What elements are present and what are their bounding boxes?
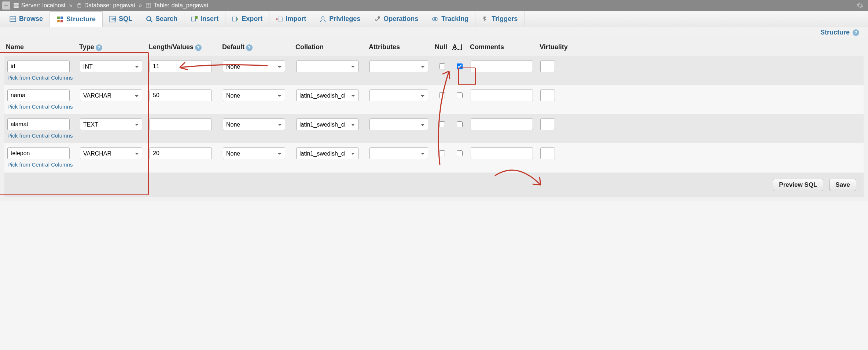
svg-rect-17 — [191, 17, 195, 21]
column-ai-checkbox[interactable] — [457, 121, 463, 127]
tab-bar: Browse Structure SQLSQL Search Insert Ex… — [0, 11, 868, 27]
svg-rect-1 — [14, 6, 18, 8]
column-row: Pick from Central ColumnsINTNone — [4, 56, 864, 85]
column-default-select[interactable]: None — [223, 90, 285, 101]
tab-tracking[interactable]: Tracking — [425, 11, 475, 27]
svg-rect-18 — [195, 16, 198, 19]
column-virtuality-input[interactable] — [540, 119, 555, 130]
tab-privileges[interactable]: Privileges — [313, 11, 367, 27]
column-type-select[interactable]: VARCHAR — [80, 147, 142, 159]
column-null-checkbox[interactable] — [439, 63, 445, 69]
svg-point-24 — [434, 18, 436, 20]
column-virtuality-input[interactable] — [540, 90, 555, 101]
tab-structure[interactable]: Structure — [50, 11, 103, 27]
settings-gear-icon[interactable] — [856, 2, 864, 9]
svg-point-21 — [322, 17, 324, 19]
tab-search[interactable]: Search — [139, 11, 184, 27]
save-button[interactable]: Save — [829, 179, 856, 191]
svg-text:SQL: SQL — [110, 17, 116, 21]
column-attributes-select[interactable] — [369, 147, 428, 159]
column-virtuality-input[interactable] — [540, 147, 555, 159]
column-default-select[interactable]: None — [223, 119, 285, 130]
svg-point-22 — [378, 16, 380, 19]
header-name: Name — [4, 38, 78, 56]
svg-rect-20 — [278, 17, 282, 21]
column-virtuality-input[interactable] — [540, 61, 555, 72]
column-comments-input[interactable] — [471, 90, 533, 101]
column-attributes-select[interactable] — [369, 119, 428, 130]
column-ai-checkbox[interactable] — [457, 150, 463, 156]
header-default: Default? — [221, 38, 294, 56]
header-type: Type? — [78, 38, 147, 56]
header-length: Length/Values? — [147, 38, 221, 56]
back-button[interactable]: ← — [2, 1, 10, 10]
svg-rect-19 — [232, 17, 236, 21]
column-null-checkbox[interactable] — [439, 121, 445, 127]
svg-rect-10 — [60, 17, 63, 19]
database-label: Database: — [84, 2, 111, 9]
table-icon — [146, 3, 151, 8]
pick-central-columns-link[interactable]: Pick from Central Columns — [7, 132, 75, 139]
help-icon[interactable]: ? — [195, 44, 202, 51]
column-type-select[interactable]: VARCHAR — [80, 90, 142, 101]
database-icon — [76, 3, 82, 8]
sub-header-label: Structure — [820, 29, 850, 36]
help-icon[interactable]: ? — [853, 29, 859, 36]
column-collation-select[interactable]: latin1_swedish_ci — [296, 147, 358, 159]
svg-point-2 — [77, 3, 81, 5]
pick-central-columns-link[interactable]: Pick from Central Columns — [7, 103, 75, 110]
header-virtuality: Virtuality — [538, 38, 864, 56]
tab-triggers[interactable]: Triggers — [475, 11, 525, 27]
column-default-select[interactable]: None — [223, 147, 285, 159]
column-attributes-select[interactable] — [369, 90, 428, 101]
preview-sql-button[interactable]: Preview SQL — [773, 179, 823, 191]
column-ai-checkbox[interactable] — [457, 92, 463, 98]
column-length-input[interactable] — [150, 61, 212, 72]
column-default-select[interactable]: None — [223, 61, 285, 72]
tab-operations[interactable]: Operations — [367, 11, 425, 27]
column-row: Pick from Central ColumnsVARCHARNonelati… — [4, 85, 864, 114]
header-collation: Collation — [294, 38, 367, 56]
help-icon[interactable]: ? — [246, 44, 253, 51]
server-icon — [13, 3, 19, 8]
column-collation-select[interactable] — [296, 61, 358, 72]
column-type-select[interactable]: INT — [80, 61, 142, 72]
column-attributes-select[interactable] — [369, 61, 428, 72]
column-name-input[interactable] — [7, 119, 70, 130]
header-null: Null — [433, 38, 451, 56]
table-link[interactable]: data_pegawai — [172, 2, 208, 9]
tab-browse[interactable]: Browse — [3, 11, 50, 27]
column-comments-input[interactable] — [471, 147, 533, 159]
column-row: Pick from Central ColumnsVARCHARNonelati… — [4, 143, 864, 172]
tab-import[interactable]: Import — [269, 11, 313, 27]
database-link[interactable]: pegawai — [113, 2, 135, 9]
tab-insert[interactable]: Insert — [184, 11, 225, 27]
column-name-input[interactable] — [7, 147, 70, 159]
column-length-input[interactable] — [150, 90, 212, 101]
help-icon[interactable]: ? — [96, 44, 102, 51]
column-comments-input[interactable] — [471, 61, 533, 72]
column-comments-input[interactable] — [471, 119, 533, 130]
tab-export[interactable]: Export — [225, 11, 269, 27]
header-ai: A_I — [451, 38, 468, 56]
svg-point-15 — [147, 17, 151, 21]
column-collation-select[interactable]: latin1_swedish_ci — [296, 119, 358, 130]
server-link[interactable]: localhost — [43, 2, 66, 9]
svg-rect-11 — [57, 20, 60, 22]
columns-table: Name Type? Length/Values? Default? Colla… — [4, 38, 864, 172]
pick-central-columns-link[interactable]: Pick from Central Columns — [7, 161, 75, 168]
column-length-input[interactable] — [150, 119, 212, 130]
column-null-checkbox[interactable] — [439, 92, 445, 98]
column-null-checkbox[interactable] — [439, 150, 445, 156]
pick-central-columns-link[interactable]: Pick from Central Columns — [7, 74, 75, 81]
tab-sql[interactable]: SQLSQL — [103, 11, 139, 27]
column-name-input[interactable] — [7, 90, 70, 101]
column-type-select[interactable]: TEXT — [80, 119, 142, 130]
svg-rect-9 — [57, 17, 60, 19]
column-name-input[interactable] — [7, 61, 70, 72]
column-ai-checkbox[interactable] — [457, 63, 463, 69]
column-length-input[interactable] — [150, 147, 212, 159]
sub-header: Structure ? — [0, 27, 868, 38]
column-collation-select[interactable]: latin1_swedish_ci — [296, 90, 358, 101]
structure-form: Name Type? Length/Values? Default? Colla… — [0, 38, 868, 201]
